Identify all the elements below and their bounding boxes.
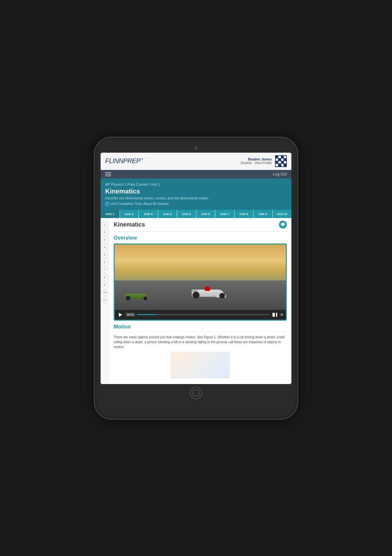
main-content: Kinematics Overview bbox=[109, 218, 291, 384]
tab-unit-10[interactable]: Unit 10 bbox=[273, 210, 292, 218]
tab-unit-5[interactable]: Unit 5 bbox=[177, 210, 196, 218]
video-thumbnail bbox=[115, 244, 286, 310]
avatar bbox=[275, 155, 287, 167]
sidebar-num-4[interactable]: 4 bbox=[102, 244, 108, 251]
hero-section: AP Physics 1 Prep Course / Unit 1 Kinema… bbox=[101, 178, 291, 210]
sidebar-num-3[interactable]: 3 bbox=[102, 237, 108, 243]
sidebar-num-9[interactable]: 9 bbox=[102, 282, 108, 288]
video-time: 00:43 bbox=[126, 313, 135, 316]
divider bbox=[114, 231, 287, 232]
settings-icon[interactable]: ⚙ bbox=[280, 313, 283, 316]
user-info: Braden Jones Student View Profile bbox=[240, 157, 272, 165]
user-links: Student View Profile bbox=[240, 161, 272, 165]
tablet-frame: FLINNPREP™ Braden Jones Student View Pro… bbox=[95, 138, 297, 419]
tab-unit-7[interactable]: Unit 7 bbox=[215, 210, 235, 218]
chat-icon[interactable] bbox=[279, 221, 287, 228]
motion-text: There are many objects around you that u… bbox=[114, 332, 287, 349]
tab-unit-4[interactable]: Unit 4 bbox=[158, 210, 177, 218]
logo-flinn: FLINN bbox=[105, 157, 123, 164]
video-progress-bar[interactable] bbox=[137, 314, 270, 315]
overview-title: Overview bbox=[114, 235, 287, 241]
unit-tabs: Unit 1 Unit 2 Unit 3 Unit 4 Unit 5 Unit … bbox=[101, 210, 291, 218]
completion-time: Unit Completion Time: About 80 minutes bbox=[105, 202, 287, 206]
motion-title: Motion bbox=[114, 324, 287, 330]
tab-unit-8[interactable]: Unit 8 bbox=[235, 210, 254, 218]
home-button[interactable] bbox=[190, 387, 202, 399]
sidebar-num-6[interactable]: 6 bbox=[102, 259, 108, 266]
tab-unit-1[interactable]: Unit 1 bbox=[101, 210, 120, 218]
sidebar-numbers: 1 2 3 4 5 6 7 8 9 10 11 bbox=[101, 218, 109, 384]
front-camera bbox=[194, 147, 198, 150]
tab-unit-9[interactable]: Unit 9 bbox=[253, 210, 273, 218]
section-title: Kinematics bbox=[114, 221, 145, 228]
clock-icon bbox=[105, 202, 109, 206]
figure-image bbox=[171, 352, 230, 378]
student-label: Student bbox=[240, 161, 252, 165]
sidebar-num-7[interactable]: 7 bbox=[102, 267, 108, 273]
sidebar-num-11[interactable]: 11 bbox=[102, 297, 108, 303]
sidebar-num-1[interactable]: 1 bbox=[102, 222, 108, 228]
volume-icon[interactable]: ▐▌▌ bbox=[271, 313, 278, 316]
sidebar-num-10[interactable]: 10 bbox=[102, 289, 108, 296]
play-button[interactable] bbox=[117, 312, 124, 318]
video-container[interactable]: 00:43 ▐▌▌ ⚙ bbox=[114, 244, 287, 321]
nav-bar: Log Out bbox=[101, 170, 291, 178]
unit-description: Describe one dimensional motion, vectors… bbox=[105, 196, 287, 200]
video-controls: 00:43 ▐▌▌ ⚙ bbox=[115, 310, 286, 320]
logo: FLINNPREP™ bbox=[105, 157, 143, 165]
logout-button[interactable]: Log Out bbox=[273, 172, 287, 177]
logo-prep: PREP™ bbox=[123, 157, 143, 164]
tab-unit-2[interactable]: Unit 2 bbox=[120, 210, 139, 218]
tab-unit-6[interactable]: Unit 6 bbox=[196, 210, 216, 218]
unit-title: Kinematics bbox=[105, 188, 287, 195]
sidebar-num-8[interactable]: 8 bbox=[102, 274, 108, 281]
video-progress-fill bbox=[137, 314, 157, 315]
header-right: Braden Jones Student View Profile bbox=[240, 155, 287, 167]
view-profile-link[interactable]: View Profile bbox=[254, 161, 272, 165]
user-name: Braden Jones bbox=[240, 157, 272, 161]
page-header: FLINNPREP™ Braden Jones Student View Pro… bbox=[101, 153, 291, 170]
sidebar-num-2[interactable]: 2 bbox=[102, 229, 108, 236]
sidebar-num-5[interactable]: 5 bbox=[102, 252, 108, 258]
tablet-screen: FLINNPREP™ Braden Jones Student View Pro… bbox=[101, 153, 291, 384]
tab-unit-3[interactable]: Unit 3 bbox=[139, 210, 158, 218]
hamburger-menu[interactable] bbox=[105, 172, 111, 176]
breadcrumb: AP Physics 1 Prep Course / Unit 1 bbox=[105, 182, 287, 186]
content-area: 1 2 3 4 5 6 7 8 9 10 11 Kinematics bbox=[101, 218, 291, 384]
play-icon bbox=[119, 313, 122, 317]
